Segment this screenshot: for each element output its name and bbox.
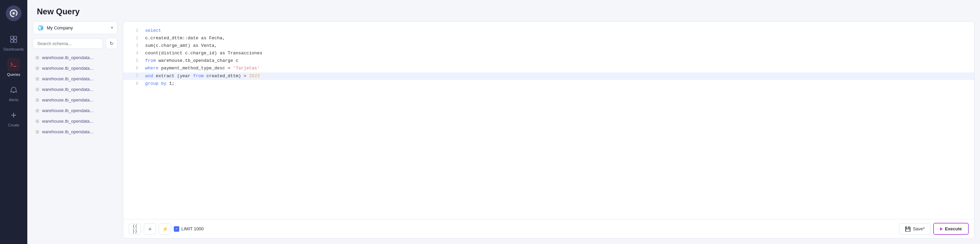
line-number-3: 3: [129, 42, 138, 49]
create-icon-wrap: [7, 108, 20, 122]
sidebar-item-create[interactable]: Create: [0, 105, 27, 131]
line-number-6: 6: [129, 65, 138, 72]
code-line-4: 4 count(distinct c.charge_id) as Transac…: [123, 49, 974, 57]
svg-rect-2: [11, 36, 13, 39]
sidebar-item-alerts[interactable]: Alerts: [0, 80, 27, 105]
limit-row: ✓ LIMIT 1000: [174, 226, 204, 232]
limit-checkbox[interactable]: ✓: [174, 226, 179, 232]
search-row: ↻: [33, 38, 118, 49]
curly-braces-button[interactable]: {{ }}: [129, 223, 141, 234]
limit-label: LIMIT 1000: [181, 226, 204, 231]
list-item[interactable]: ⊞ warehouse.tb_opendata...: [33, 53, 118, 62]
table-icon: ⊞: [35, 55, 39, 60]
save-label: Save*: [913, 226, 925, 231]
list-item[interactable]: ⊞ warehouse.tb_opendata...: [33, 95, 118, 105]
code-content-1: select: [145, 27, 161, 35]
page-header: New Query: [27, 0, 980, 21]
sidebar-item-label-create: Create: [8, 123, 19, 127]
list-item[interactable]: ⊞ warehouse.tb_opendata...: [33, 105, 118, 115]
sidebar-item-label-alerts: Alerts: [9, 98, 18, 102]
table-name: warehouse.tb_opendata...: [42, 65, 93, 71]
sidebar-item-label-dashboards: Dashboards: [3, 47, 24, 51]
save-button[interactable]: 💾 Save*: [899, 223, 931, 235]
list-item[interactable]: ⊞ warehouse.tb_opendata...: [33, 127, 118, 137]
code-content-3: sum(c.charge_amt) as Venta,: [145, 42, 217, 49]
content-area: 🧊 My Company ▾ ↻ ⊞ warehouse.tb_opendata…: [27, 21, 980, 244]
line-number-1: 1: [129, 27, 138, 34]
svg-point-1: [13, 12, 15, 14]
flash-icon: ⚡: [162, 226, 168, 232]
dashboards-icon-wrap: [7, 33, 20, 46]
format-button[interactable]: ≡: [144, 223, 156, 234]
left-panel: 🧊 My Company ▾ ↻ ⊞ warehouse.tb_opendata…: [27, 21, 123, 244]
search-input[interactable]: [33, 38, 103, 49]
code-content-2: c.created_dttm::date as Fecha,: [145, 35, 225, 42]
editor-area: 1 select 2 c.created_dttm::date as Fecha…: [123, 21, 975, 239]
table-icon: ⊞: [35, 76, 39, 81]
queries-icon-wrap: [7, 58, 20, 71]
list-item[interactable]: ⊞ warehouse.tb_opendata...: [33, 74, 118, 84]
code-line-1: 1 select: [123, 27, 974, 35]
company-cube-icon: 🧊: [37, 24, 44, 31]
curly-braces-icon: {{ }}: [129, 224, 141, 234]
app-logo[interactable]: [6, 5, 22, 21]
company-selector[interactable]: 🧊 My Company ▾: [33, 21, 118, 34]
editor-toolbar: {{ }} ≡ ⚡ ✓ LIMIT 1000 💾 Save*: [123, 219, 974, 238]
list-item[interactable]: ⊞ warehouse.tb_opendata...: [33, 116, 118, 126]
sidebar-item-label-queries: Queries: [7, 72, 21, 77]
execute-label: Execute: [945, 226, 962, 231]
table-name: warehouse.tb_opendata...: [42, 76, 93, 81]
list-item[interactable]: ⊞ warehouse.tb_opendata...: [33, 63, 118, 73]
svg-rect-3: [14, 36, 17, 39]
code-line-7: 7 and extract (year from created_dttm) =…: [123, 72, 974, 80]
sidebar-item-queries[interactable]: Queries: [0, 55, 27, 80]
table-icon: ⊞: [35, 97, 39, 102]
sidebar: Dashboards Queries Alerts Create: [0, 0, 27, 244]
table-list: ⊞ warehouse.tb_opendata... ⊞ warehouse.t…: [33, 53, 118, 244]
table-name: warehouse.tb_opendata...: [42, 97, 93, 102]
table-icon: ⊞: [35, 65, 39, 71]
table-icon: ⊞: [35, 87, 39, 92]
code-content-5: from warehouse.tb_opendata_charge c: [145, 57, 238, 65]
code-line-6: 6 where payment_method_type_desc = 'Tarj…: [123, 65, 974, 72]
chevron-down-icon: ▾: [111, 25, 113, 30]
table-name: warehouse.tb_opendata...: [42, 87, 93, 92]
company-selector-left: 🧊 My Company: [37, 24, 73, 31]
code-content-8: group by 1;: [145, 80, 175, 88]
table-name: warehouse.tb_opendata...: [42, 119, 93, 124]
line-number-8: 8: [129, 80, 138, 87]
line-number-7: 7: [129, 73, 138, 80]
table-name: warehouse.tb_opendata...: [42, 129, 93, 134]
code-editor[interactable]: 1 select 2 c.created_dttm::date as Fecha…: [123, 22, 974, 219]
code-line-5: 5 from warehouse.tb_opendata_charge c: [123, 57, 974, 65]
table-name: warehouse.tb_opendata...: [42, 55, 93, 60]
table-icon: ⊞: [35, 129, 39, 134]
company-name: My Company: [47, 25, 73, 30]
flash-button[interactable]: ⚡: [159, 223, 171, 234]
refresh-button[interactable]: ↻: [106, 38, 118, 49]
code-content-7: and extract (year from created_dttm) = 2…: [145, 72, 260, 80]
line-number-2: 2: [129, 35, 138, 42]
save-icon: 💾: [905, 226, 911, 232]
table-icon: ⊞: [35, 108, 39, 113]
table-name: warehouse.tb_opendata...: [42, 108, 93, 113]
execute-arrow-icon: [940, 227, 943, 231]
alerts-icon-wrap: [7, 83, 20, 96]
svg-rect-4: [11, 40, 13, 42]
code-line-3: 3 sum(c.charge_amt) as Venta,: [123, 42, 974, 49]
line-number-4: 4: [129, 50, 138, 57]
code-content-6: where payment_method_type_desc = 'Tarjet…: [145, 65, 259, 72]
list-item[interactable]: ⊞ warehouse.tb_opendata...: [33, 85, 118, 94]
line-number-5: 5: [129, 57, 138, 64]
main-content: New Query 🧊 My Company ▾ ↻: [27, 0, 980, 244]
execute-button[interactable]: Execute: [933, 223, 969, 235]
code-content-4: count(distinct c.charge_id) as Transacci…: [145, 49, 262, 57]
page-title: New Query: [37, 7, 970, 16]
table-icon: ⊞: [35, 119, 39, 124]
code-line-8: 8 group by 1;: [123, 80, 974, 88]
search-input-wrap: [33, 38, 103, 49]
code-line-2: 2 c.created_dttm::date as Fecha,: [123, 35, 974, 42]
format-icon: ≡: [148, 226, 151, 232]
sidebar-item-dashboards[interactable]: Dashboards: [0, 29, 27, 55]
svg-rect-5: [14, 40, 17, 42]
